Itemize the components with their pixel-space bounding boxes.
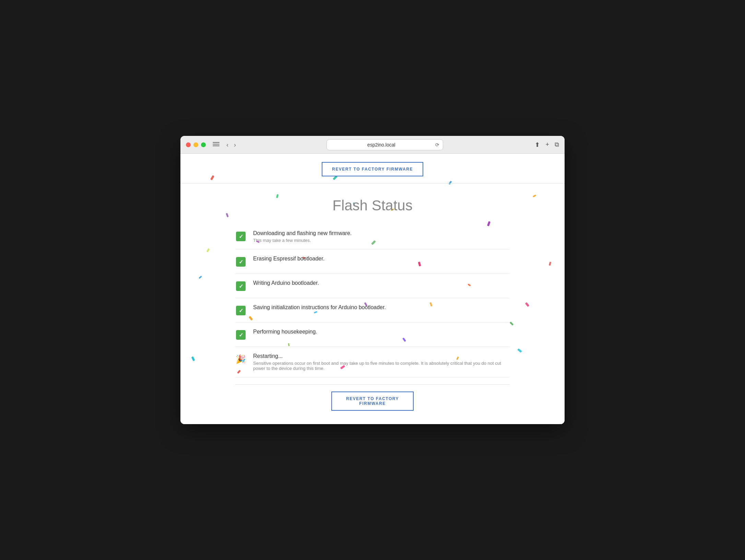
status-icon-write: ✓ [235,281,246,292]
forward-button[interactable]: › [233,141,237,149]
status-main-text: Writing Arduino bootloader. [253,280,319,286]
status-main-text: Downloading and flashing new firmware. [253,230,352,236]
status-main-text: Restarting... [253,353,510,359]
url-text: esp2ino.local [330,142,433,148]
content-area: REVERT TO FACTORY FIRMWARE Flash Status … [180,154,565,424]
traffic-lights [186,142,206,147]
tabs-button[interactable]: ⧉ [555,141,559,148]
status-icon-erase: ✓ [235,256,246,267]
status-text-group-restart: Restarting...Sensitive operations occur … [253,353,510,371]
titlebar: ‹ › esp2ino.local ⟳ ⬆ + ⧉ [180,136,565,154]
status-item-write: ✓Writing Arduino bootloader. [235,274,510,298]
status-main-text: Erasing Espressif bootloader. [253,256,324,262]
status-icon-restart: 🎉 [235,354,246,365]
browser-window: ‹ › esp2ino.local ⟳ ⬆ + ⧉ REVERT TO FACT… [180,136,565,424]
status-item-restart: 🎉Restarting...Sensitive operations occur… [235,347,510,377]
bottom-bar: REVERT TO FACTORY FIRMWARE [235,384,510,418]
checkmark-icon: ✓ [236,281,246,291]
party-icon: 🎉 [235,354,246,365]
status-icon-save: ✓ [235,305,246,316]
status-text-group-save: Saving initialization instructions for A… [253,304,386,311]
maximize-button[interactable] [201,142,206,147]
status-text-group-housekeeping: Performing housekeeping. [253,329,317,335]
status-sub-text: This may take a few minutes. [253,238,352,243]
minimize-button[interactable] [193,142,198,147]
back-button[interactable]: ‹ [225,141,230,149]
close-button[interactable] [186,142,191,147]
reload-button[interactable]: ⟳ [435,142,439,148]
status-icon-housekeeping: ✓ [235,329,246,340]
address-bar-container: esp2ino.local ⟳ [241,139,528,150]
bottom-revert-button[interactable]: REVERT TO FACTORY FIRMWARE [331,392,414,411]
status-item-erase: ✓Erasing Espressif bootloader. [235,249,510,274]
status-main-text: Saving initialization instructions for A… [253,304,386,311]
top-bar: REVERT TO FACTORY FIRMWARE [180,154,565,184]
status-item-housekeeping: ✓Performing housekeeping. [235,323,510,347]
new-tab-button[interactable]: + [545,141,549,148]
status-sub-text: Sensitive operations occur on first boot… [253,361,510,371]
nav-buttons: ‹ › [225,141,237,149]
status-list: ✓Downloading and flashing new firmware.T… [235,224,510,377]
toolbar-right: ⬆ + ⧉ [535,141,559,149]
status-text-group-download: Downloading and flashing new firmware.Th… [253,230,352,243]
status-icon-download: ✓ [235,231,246,242]
sidebar-toggle-button[interactable] [213,142,220,148]
checkmark-icon: ✓ [236,330,246,340]
checkmark-icon: ✓ [236,306,246,315]
revert-firmware-button[interactable]: REVERT TO FACTORY FIRMWARE [322,162,423,176]
status-text-group-write: Writing Arduino bootloader. [253,280,319,286]
share-button[interactable]: ⬆ [535,141,540,149]
status-text-group-erase: Erasing Espressif bootloader. [253,256,324,262]
page-title: Flash Status [235,184,510,224]
status-item-save: ✓Saving initialization instructions for … [235,298,510,323]
status-item-download: ✓Downloading and flashing new firmware.T… [235,224,510,249]
checkmark-icon: ✓ [236,232,246,241]
main-content: Flash Status ✓Downloading and flashing n… [180,184,565,418]
status-main-text: Performing housekeeping. [253,329,317,335]
checkmark-icon: ✓ [236,257,246,267]
address-bar[interactable]: esp2ino.local ⟳ [327,139,443,150]
